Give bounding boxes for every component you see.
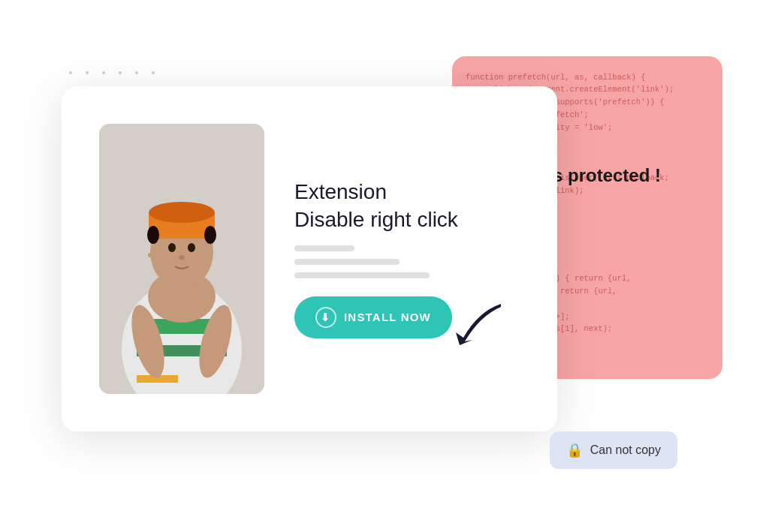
placeholder-line-2 [294,259,400,265]
download-icon: ⬇ [315,307,336,328]
placeholder-line-3 [294,272,430,278]
svg-point-13 [179,255,185,260]
cannot-copy-badge: 🔒 Can not copy [550,431,677,469]
cannot-copy-label: Can not copy [590,443,661,457]
svg-point-11 [168,243,176,252]
arrow-decoration [441,296,516,356]
svg-point-16 [204,226,216,244]
placeholder-lines [294,245,520,278]
placeholder-line-1 [294,245,354,251]
main-card: ExtensionDisable right click ⬇ INSTALL N… [62,86,557,431]
svg-point-15 [147,226,159,244]
svg-point-14 [148,253,152,257]
svg-point-12 [188,243,195,252]
extension-title: ExtensionDisable right click [294,179,520,233]
install-now-button[interactable]: ⬇ INSTALL NOW [294,296,452,338]
scene: function prefetch(url, as, callback) { v… [47,41,722,491]
svg-point-10 [149,202,215,223]
install-button-label: INSTALL NOW [344,311,431,323]
lock-icon: 🔒 [566,442,583,458]
person-image [99,124,264,394]
